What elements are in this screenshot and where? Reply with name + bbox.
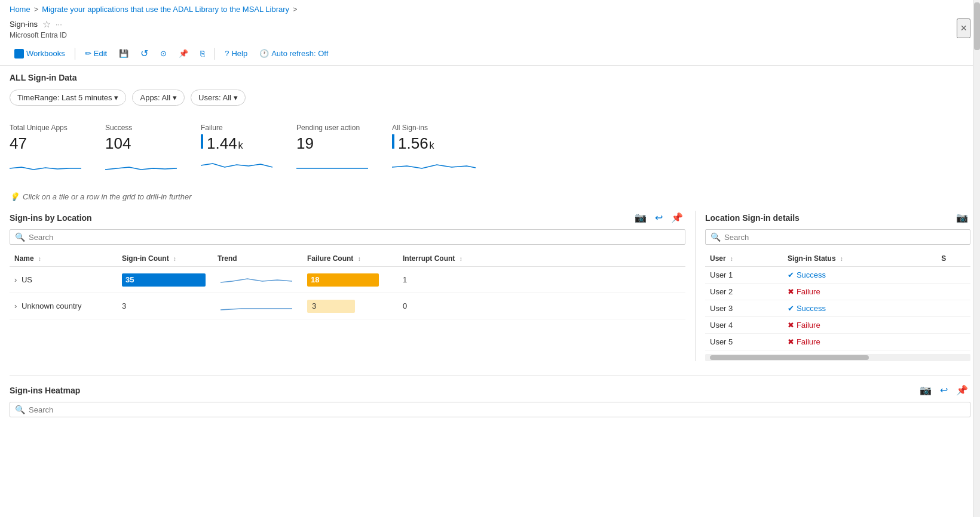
- col-name[interactable]: Name ↕: [10, 251, 117, 267]
- check-icon-2: ✔: [788, 304, 794, 313]
- location-camera-button[interactable]: 📷: [632, 211, 649, 224]
- detail-status-4: ✖ Failure: [783, 317, 936, 334]
- row-us-signin-count: 35: [117, 267, 213, 293]
- row-us-interrupt-count: 1: [398, 267, 685, 293]
- filter-time-range[interactable]: TimeRange: Last 5 minutes ▾: [10, 90, 126, 106]
- expand-icon[interactable]: ›: [14, 275, 17, 284]
- two-col-layout: Sign-ins by Location 📷 ↩ 📌 🔍 Name ↕: [10, 211, 970, 361]
- stat-all-signins-sparkline: [392, 156, 476, 174]
- page-header: Sign-ins ☆ ··· Microsoft Entra ID ×: [0, 16, 980, 42]
- detail-search-input[interactable]: [724, 233, 965, 242]
- chevron-down-icon-3: ▾: [234, 93, 238, 102]
- workbooks-label: Workbooks: [26, 49, 65, 58]
- detail-row[interactable]: User 1 ✔ Success: [705, 267, 970, 284]
- location-search-icon: 🔍: [15, 232, 25, 242]
- share-button[interactable]: ⎘: [195, 47, 210, 60]
- share-icon: ⎘: [200, 49, 205, 58]
- col-trend[interactable]: Trend: [213, 251, 302, 267]
- help-button[interactable]: ? Help: [220, 47, 252, 60]
- heatmap-search-input[interactable]: [29, 405, 965, 414]
- heatmap-camera-button[interactable]: 📷: [917, 383, 934, 397]
- heatmap-pin-button[interactable]: 📌: [954, 383, 970, 397]
- location-search[interactable]: 🔍: [10, 229, 685, 245]
- detail-user-3: User 3: [705, 300, 783, 317]
- stat-failure[interactable]: Failure 1.44k: [201, 124, 272, 174]
- refresh-button[interactable]: ↺: [136, 45, 153, 61]
- customize-icon: ⊙: [160, 49, 167, 58]
- filter-users-label: Users: All: [198, 93, 231, 102]
- detail-user-1: User 1: [705, 267, 783, 284]
- workbooks-button[interactable]: Workbooks: [10, 47, 70, 61]
- col-interrupt-count[interactable]: Interrupt Count ↕: [398, 251, 685, 267]
- heatmap-actions: 📷 ↩ 📌: [917, 383, 970, 397]
- col-failure-count[interactable]: Failure Count ↕: [302, 251, 398, 267]
- detail-row[interactable]: User 2 ✖ Failure: [705, 284, 970, 300]
- stat-success-sparkline: [105, 156, 177, 174]
- col-user[interactable]: User ↕: [705, 251, 783, 267]
- detail-camera-button[interactable]: 📷: [954, 211, 970, 224]
- table-row[interactable]: › Unknown country 3: [10, 293, 685, 319]
- detail-panel: Location Sign-in details 📷 🔍 User ↕: [696, 211, 970, 361]
- breadcrumb-home[interactable]: Home: [10, 5, 30, 14]
- filter-users[interactable]: Users: All ▾: [191, 90, 246, 106]
- col-status-sort-icon: ↕: [840, 256, 843, 262]
- expand-icon-2[interactable]: ›: [14, 301, 17, 310]
- customize-button[interactable]: ⊙: [155, 47, 172, 60]
- detail-search[interactable]: 🔍: [705, 229, 970, 245]
- breadcrumb: Home > Migrate your applications that us…: [0, 0, 980, 16]
- breadcrumb-sep1: >: [34, 5, 39, 14]
- col-s[interactable]: S: [936, 251, 970, 267]
- close-button[interactable]: ×: [957, 19, 970, 38]
- col-failure-sort-icon: ↕: [358, 256, 361, 262]
- detail-row[interactable]: User 3 ✔ Success: [705, 300, 970, 317]
- edit-button[interactable]: ✏ Edit: [80, 47, 112, 60]
- stat-success[interactable]: Success 104: [105, 124, 177, 174]
- location-panel: Sign-ins by Location 📷 ↩ 📌 🔍 Name ↕: [10, 211, 696, 361]
- detail-status-3: ✔ Success: [783, 300, 936, 317]
- scrollbar-thumb[interactable]: [974, 2, 980, 50]
- col-user-sort-icon: ↕: [730, 256, 733, 262]
- stat-total-apps[interactable]: Total Unique Apps 47: [10, 124, 81, 174]
- detail-search-icon: 🔍: [710, 232, 721, 242]
- location-panel-actions: 📷 ↩ 📌: [632, 211, 685, 224]
- detail-row[interactable]: User 4 ✖ Failure: [705, 317, 970, 334]
- detail-row[interactable]: User 5 ✖ Failure: [705, 334, 970, 350]
- stat-all-signins-label: All Sign-ins: [392, 124, 476, 132]
- x-mark-icon: ✖: [788, 287, 794, 296]
- more-options-button[interactable]: ···: [56, 20, 62, 29]
- location-undo-button[interactable]: ↩: [653, 211, 665, 224]
- hint-text: 💡 Click on a tile or a row in the grid t…: [10, 192, 970, 201]
- detail-user-2: User 2: [705, 284, 783, 300]
- detail-hscroll[interactable]: [705, 354, 970, 361]
- location-search-input[interactable]: [29, 233, 680, 242]
- table-row[interactable]: › US 35 18 1: [10, 267, 685, 293]
- breadcrumb-sep2: >: [293, 5, 298, 14]
- save-button[interactable]: 💾: [114, 47, 133, 60]
- filter-apps[interactable]: Apps: All ▾: [132, 90, 185, 106]
- row-us-trend: [213, 267, 302, 293]
- heatmap-undo-button[interactable]: ↩: [938, 383, 950, 397]
- chevron-down-icon-2: ▾: [173, 93, 177, 102]
- row-us-failure-count: 18: [302, 267, 398, 293]
- breadcrumb-link[interactable]: Migrate your applications that use the A…: [42, 5, 289, 14]
- detail-status-2: ✖ Failure: [783, 284, 936, 300]
- stat-all-signins[interactable]: All Sign-ins 1.56k: [392, 124, 476, 174]
- col-signin-status[interactable]: Sign-in Status ↕: [783, 251, 936, 267]
- col-name-sort-icon: ↕: [38, 256, 41, 262]
- page-scrollbar[interactable]: [973, 0, 980, 430]
- pin-button[interactable]: 📌: [174, 47, 193, 60]
- heatmap-search[interactable]: 🔍: [10, 402, 970, 417]
- stat-pending-value: 19: [296, 134, 368, 153]
- col-interrupt-sort-icon: ↕: [460, 256, 463, 262]
- stats-row: Total Unique Apps 47 Success 104 Failure…: [10, 118, 970, 180]
- stat-pending-sparkline: [296, 156, 368, 174]
- col-signin-count[interactable]: Sign-in Count ↕: [117, 251, 213, 267]
- auto-refresh-button[interactable]: 🕐 Auto refresh: Off: [255, 47, 333, 60]
- location-pin-button[interactable]: 📌: [669, 211, 685, 224]
- pin-favorite-button[interactable]: ☆: [42, 19, 51, 30]
- stat-pending[interactable]: Pending user action 19: [296, 124, 368, 174]
- toolbar: Workbooks ✏ Edit 💾 ↺ ⊙ 📌 ⎘ ? Help 🕐 Auto…: [0, 42, 980, 66]
- stat-all-signins-value: 1.56k: [392, 134, 476, 153]
- stat-failure-value: 1.44k: [201, 134, 272, 153]
- heatmap-title: Sign-ins Heatmap: [10, 386, 80, 395]
